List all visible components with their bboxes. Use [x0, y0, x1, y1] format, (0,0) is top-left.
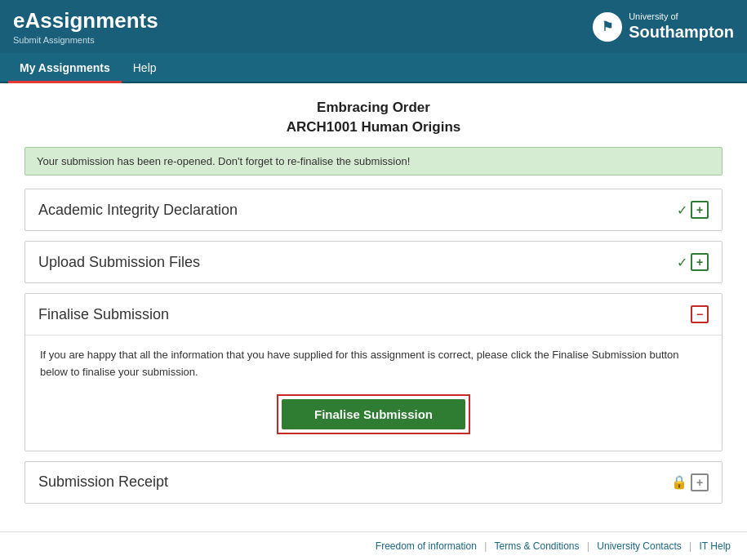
expand-icon: +: [691, 473, 709, 491]
footer-link-freedom[interactable]: Freedom of information: [376, 540, 477, 552]
footer-link-terms[interactable]: Terms & Conditions: [494, 540, 579, 552]
page-title: Embracing Order: [24, 100, 723, 116]
header: eAssignments Submit Assignments ⚑ Univer…: [0, 0, 747, 53]
section-submission-receipt-header[interactable]: Submission Receipt 🔒 +: [25, 462, 722, 503]
footer: Freedom of information | Terms & Conditi…: [0, 531, 747, 560]
university-of-label: University of: [629, 11, 734, 22]
section-academic-integrity-title: Academic Integrity Declaration: [38, 202, 238, 219]
header-left: eAssignments Submit Assignments: [13, 8, 158, 45]
university-name: University of Southampton: [629, 11, 734, 42]
finalise-button-border: Finalise Submission: [277, 394, 470, 434]
header-right: ⚑ University of Southampton: [593, 11, 734, 42]
page-subtitle: ARCH1001 Human Origins: [24, 119, 723, 136]
footer-link-ithelp[interactable]: IT Help: [700, 540, 731, 552]
check-icon: ✓: [677, 255, 687, 270]
section-submission-receipt: Submission Receipt 🔒 +: [24, 461, 723, 504]
section-upload-submission: Upload Submission Files ✓ +: [24, 241, 723, 283]
lock-icon: 🔒: [671, 474, 687, 490]
expand-icon[interactable]: +: [691, 253, 709, 271]
alert-banner: Your submission has been re-opened. Don'…: [24, 147, 723, 176]
finalise-submission-button[interactable]: Finalise Submission: [282, 399, 465, 429]
nav-bar: My Assignments Help: [0, 53, 747, 83]
collapse-icon[interactable]: −: [691, 305, 709, 323]
section-academic-integrity-icons: ✓ +: [677, 201, 709, 219]
footer-link-contacts[interactable]: University Contacts: [597, 540, 681, 552]
finalise-button-wrap: Finalise Submission: [40, 394, 707, 434]
section-finalise-submission-header[interactable]: Finalise Submission −: [25, 294, 722, 335]
app-title: eAssignments: [13, 8, 158, 33]
university-name-label: Southampton: [629, 22, 734, 42]
app-subtitle: Submit Assignments: [13, 35, 158, 45]
section-finalise-submission-icons: −: [691, 305, 709, 323]
check-icon: ✓: [677, 202, 687, 218]
finalise-description: If you are happy that all the informatio…: [40, 347, 707, 381]
section-finalise-submission-body: If you are happy that all the informatio…: [25, 335, 722, 451]
section-finalise-submission: Finalise Submission − If you are happy t…: [24, 293, 723, 451]
section-academic-integrity-header[interactable]: Academic Integrity Declaration ✓ +: [25, 189, 722, 230]
expand-icon[interactable]: +: [691, 201, 709, 219]
section-finalise-submission-title: Finalise Submission: [38, 306, 169, 323]
section-upload-submission-header[interactable]: Upload Submission Files ✓ +: [25, 242, 722, 282]
section-submission-receipt-title: Submission Receipt: [38, 473, 168, 491]
university-shield-icon: ⚑: [593, 12, 622, 42]
main-content: Embracing Order ARCH1001 Human Origins Y…: [0, 83, 747, 531]
nav-item-my-assignments[interactable]: My Assignments: [8, 53, 122, 83]
section-upload-submission-title: Upload Submission Files: [38, 254, 200, 271]
nav-item-help[interactable]: Help: [122, 53, 168, 83]
section-upload-submission-icons: ✓ +: [677, 253, 709, 271]
section-submission-receipt-icons: 🔒 +: [671, 473, 709, 491]
section-academic-integrity: Academic Integrity Declaration ✓ +: [24, 189, 723, 231]
